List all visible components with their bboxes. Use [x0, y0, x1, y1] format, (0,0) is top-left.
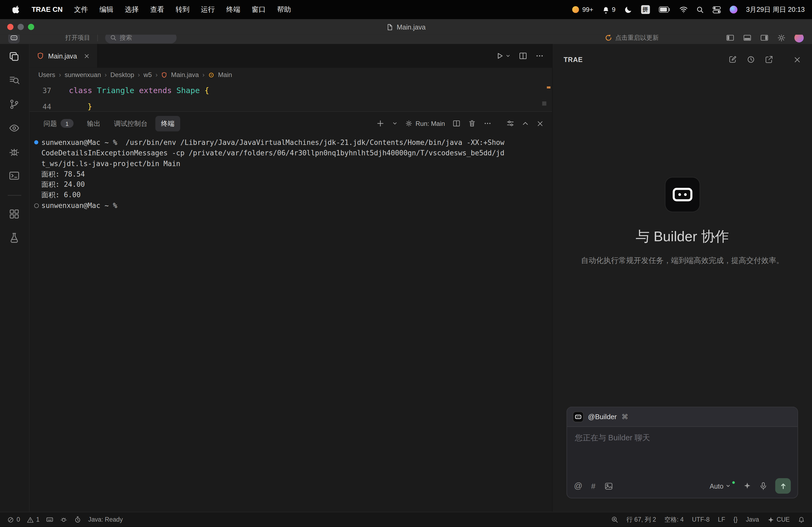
code-editor[interactable]: 37 class Triangle extends Shape { 44 } — [30, 82, 552, 111]
kill-terminal-trash-icon[interactable] — [468, 119, 476, 127]
send-message-button[interactable] — [775, 478, 791, 494]
terminal-dropdown-chevron-icon[interactable] — [392, 120, 398, 126]
activity-testing[interactable] — [9, 232, 20, 243]
eol-sequence[interactable]: LF — [718, 516, 725, 523]
more-actions-icon[interactable] — [536, 52, 544, 60]
breadcrumb-sunwenxuan[interactable]: sunwenxuan — [65, 71, 101, 78]
mention-at-icon[interactable]: @ — [574, 481, 582, 491]
scrollbar-thumb[interactable] — [542, 102, 547, 105]
chat-history-icon[interactable] — [747, 55, 755, 64]
breadcrumb-main-symbol[interactable]: Main — [218, 71, 232, 78]
breadcrumb-w5[interactable]: w5 — [144, 71, 152, 78]
menu-goto[interactable]: 转到 — [170, 5, 195, 14]
activity-explorer[interactable] — [9, 51, 20, 62]
microphone-icon[interactable] — [759, 482, 767, 490]
siri-icon[interactable] — [729, 6, 737, 13]
battery-icon[interactable] — [658, 6, 670, 13]
toggle-left-panel-icon[interactable] — [726, 35, 735, 42]
menu-window[interactable]: 窗口 — [246, 5, 271, 14]
toggle-right-panel-icon[interactable] — [760, 35, 768, 42]
activity-extensions[interactable] — [9, 209, 20, 219]
encoding[interactable]: UTF-8 — [692, 516, 710, 523]
activity-terminal-view[interactable] — [9, 170, 20, 181]
close-window-button[interactable] — [7, 24, 13, 30]
chevron-down-icon[interactable] — [506, 54, 511, 59]
close-tab-icon[interactable] — [83, 52, 90, 59]
close-trae-panel-icon[interactable] — [794, 56, 801, 63]
menu-clock[interactable]: 3月29日 周日 20:13 — [746, 5, 805, 14]
java-status[interactable]: Java: Ready — [88, 516, 123, 523]
input-method-icon[interactable]: 拼 — [641, 5, 650, 14]
open-in-window-icon[interactable] — [765, 55, 773, 64]
warnings-indicator[interactable]: 1 — [27, 516, 40, 523]
activity-preview[interactable] — [9, 123, 20, 133]
indentation[interactable]: 空格: 4 — [664, 515, 684, 524]
wifi-icon[interactable] — [679, 6, 687, 13]
user-avatar[interactable] — [794, 35, 804, 42]
menu-run[interactable]: 运行 — [196, 5, 220, 14]
cursor-position[interactable]: 行 67, 列 2 — [626, 515, 656, 524]
context-hash-icon[interactable]: # — [591, 482, 596, 491]
open-project-button[interactable]: 打开项目 — [65, 35, 90, 42]
ports-indicator[interactable] — [46, 516, 54, 523]
tab-main-java[interactable]: Main.java — [30, 44, 98, 68]
terminal-output[interactable]: sunwenxuan@Mac ~ % /usr/bin/env /Library… — [30, 135, 552, 512]
panel-filter-sliders-icon[interactable] — [507, 119, 514, 127]
chat-text-input[interactable]: 您正在与 Builder 聊天 — [567, 427, 798, 474]
activity-debug[interactable] — [9, 147, 20, 157]
chat-agent-header[interactable]: @Builder ⌘ — [567, 407, 798, 427]
braces-indicator[interactable]: {} — [733, 516, 737, 523]
tab-output[interactable]: 输出 — [81, 116, 106, 131]
tab-problems[interactable]: 问题 1 — [38, 116, 79, 131]
agent-shortcut-icon[interactable]: ⌘ — [621, 413, 628, 421]
tab-terminal[interactable]: 终端 — [156, 116, 180, 131]
sparkle-icon[interactable] — [743, 482, 752, 490]
language-mode[interactable]: Java — [746, 516, 759, 523]
attach-image-icon[interactable] — [604, 482, 613, 491]
apple-menu[interactable] — [7, 6, 25, 13]
cue-ai-indicator[interactable]: CUE — [767, 516, 790, 523]
errors-count: 0 — [17, 516, 20, 523]
split-editor-icon[interactable] — [519, 52, 527, 60]
menu-view[interactable]: 查看 — [145, 5, 170, 14]
minimize-window-button[interactable] — [18, 24, 24, 30]
breadcrumb-main-java[interactable]: Main.java — [171, 71, 199, 78]
new-chat-icon[interactable] — [729, 55, 737, 64]
run-button[interactable] — [496, 52, 511, 60]
close-panel-icon[interactable] — [537, 120, 544, 127]
notification-app-badge[interactable]: 99+ — [572, 6, 593, 13]
settings-gear-icon[interactable] — [777, 35, 786, 42]
app-logo[interactable] — [8, 35, 19, 44]
breadcrumb-desktop[interactable]: Desktop — [110, 71, 134, 78]
menu-edit[interactable]: 编辑 — [94, 5, 119, 14]
activity-search[interactable] — [9, 75, 20, 86]
terminal-instance-run-main[interactable]: Run: Main — [406, 120, 445, 127]
control-center-icon[interactable] — [712, 6, 721, 13]
timer-indicator[interactable] — [74, 516, 82, 523]
menu-terminal[interactable]: 终端 — [221, 5, 245, 14]
do-not-disturb-moon-icon[interactable] — [624, 6, 632, 13]
global-search-box[interactable]: 搜索 — [105, 35, 176, 44]
zoom-window-button[interactable] — [28, 24, 34, 30]
new-terminal-plus-icon[interactable] — [377, 119, 385, 127]
model-mode-selector[interactable]: Auto — [710, 482, 736, 490]
errors-indicator[interactable]: 0 — [7, 516, 20, 523]
maximize-panel-chevron-up-icon[interactable] — [522, 120, 529, 127]
panel-more-icon[interactable] — [484, 119, 492, 127]
tab-debug-console[interactable]: 调试控制台 — [108, 116, 153, 131]
menu-file[interactable]: 文件 — [69, 5, 93, 14]
chat-agent-name[interactable]: @Builder — [588, 413, 617, 421]
breadcrumb-users[interactable]: Users — [39, 71, 55, 78]
bell-status[interactable]: 9 — [602, 6, 615, 13]
restart-to-update-button[interactable]: 点击重启以更新 — [605, 35, 659, 42]
menu-selection[interactable]: 选择 — [119, 5, 144, 14]
menu-help[interactable]: 帮助 — [272, 5, 296, 14]
notifications-indicator[interactable] — [798, 516, 805, 523]
activity-source-control[interactable] — [9, 99, 20, 109]
split-terminal-icon[interactable] — [453, 119, 461, 127]
zoom-indicator[interactable] — [611, 516, 618, 523]
spotlight-search-icon[interactable] — [696, 6, 704, 13]
debug-indicator[interactable] — [60, 516, 68, 523]
app-menu[interactable]: TRAE CN — [26, 6, 68, 13]
toggle-bottom-panel-icon[interactable] — [743, 35, 751, 42]
